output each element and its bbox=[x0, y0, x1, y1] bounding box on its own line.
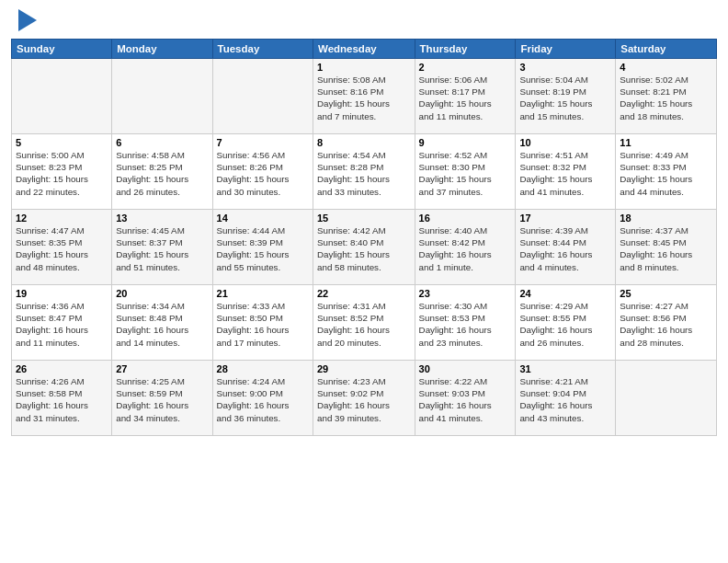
day-info: Sunrise: 4:56 AM Sunset: 8:26 PM Dayligh… bbox=[217, 149, 309, 198]
day-number: 26 bbox=[16, 363, 108, 374]
day-cell: 13Sunrise: 4:45 AM Sunset: 8:37 PM Dayli… bbox=[112, 210, 212, 285]
day-info: Sunrise: 4:30 AM Sunset: 8:53 PM Dayligh… bbox=[419, 300, 512, 349]
day-info: Sunrise: 4:42 AM Sunset: 8:40 PM Dayligh… bbox=[317, 224, 411, 273]
day-number: 19 bbox=[16, 288, 108, 299]
day-cell: 4Sunrise: 5:02 AM Sunset: 8:21 PM Daylig… bbox=[616, 59, 717, 134]
day-cell: 24Sunrise: 4:29 AM Sunset: 8:55 PM Dayli… bbox=[516, 285, 616, 361]
day-cell: 12Sunrise: 4:47 AM Sunset: 8:35 PM Dayli… bbox=[12, 210, 112, 285]
day-info: Sunrise: 4:52 AM Sunset: 8:30 PM Dayligh… bbox=[419, 149, 512, 198]
day-number: 31 bbox=[519, 363, 611, 374]
day-number: 28 bbox=[217, 363, 309, 374]
week-row-3: 12Sunrise: 4:47 AM Sunset: 8:35 PM Dayli… bbox=[12, 210, 717, 285]
day-cell: 7Sunrise: 4:56 AM Sunset: 8:26 PM Daylig… bbox=[212, 134, 313, 210]
day-cell: 10Sunrise: 4:51 AM Sunset: 8:32 PM Dayli… bbox=[516, 134, 616, 210]
day-info: Sunrise: 4:31 AM Sunset: 8:52 PM Dayligh… bbox=[317, 300, 411, 349]
day-cell: 11Sunrise: 4:49 AM Sunset: 8:33 PM Dayli… bbox=[616, 134, 717, 210]
logo-text bbox=[11, 9, 37, 31]
day-number: 16 bbox=[419, 213, 512, 224]
day-header-tuesday: Tuesday bbox=[212, 40, 313, 59]
day-number: 27 bbox=[116, 363, 208, 374]
day-cell: 3Sunrise: 5:04 AM Sunset: 8:19 PM Daylig… bbox=[516, 59, 616, 134]
day-info: Sunrise: 4:25 AM Sunset: 8:59 PM Dayligh… bbox=[116, 375, 208, 424]
logo bbox=[11, 9, 37, 31]
day-number: 9 bbox=[419, 137, 512, 148]
day-header-saturday: Saturday bbox=[616, 40, 717, 59]
day-cell: 2Sunrise: 5:06 AM Sunset: 8:17 PM Daylig… bbox=[415, 59, 516, 134]
day-number: 15 bbox=[317, 213, 411, 224]
day-number: 23 bbox=[419, 288, 512, 299]
day-info: Sunrise: 4:34 AM Sunset: 8:48 PM Dayligh… bbox=[116, 300, 208, 349]
day-number: 11 bbox=[620, 137, 712, 148]
day-cell: 1Sunrise: 5:08 AM Sunset: 8:16 PM Daylig… bbox=[313, 59, 415, 134]
day-number: 13 bbox=[116, 213, 208, 224]
day-cell: 25Sunrise: 4:27 AM Sunset: 8:56 PM Dayli… bbox=[616, 285, 717, 361]
day-number: 6 bbox=[116, 137, 208, 148]
day-info: Sunrise: 4:27 AM Sunset: 8:56 PM Dayligh… bbox=[620, 300, 712, 349]
day-cell bbox=[112, 59, 212, 134]
day-cell: 14Sunrise: 4:44 AM Sunset: 8:39 PM Dayli… bbox=[212, 210, 313, 285]
day-info: Sunrise: 5:02 AM Sunset: 8:21 PM Dayligh… bbox=[620, 74, 712, 122]
day-info: Sunrise: 4:33 AM Sunset: 8:50 PM Dayligh… bbox=[217, 300, 309, 349]
logo-icon bbox=[18, 9, 37, 31]
day-cell: 29Sunrise: 4:23 AM Sunset: 9:02 PM Dayli… bbox=[313, 361, 415, 436]
day-number: 18 bbox=[620, 213, 712, 224]
week-row-4: 19Sunrise: 4:36 AM Sunset: 8:47 PM Dayli… bbox=[12, 285, 717, 361]
day-cell: 15Sunrise: 4:42 AM Sunset: 8:40 PM Dayli… bbox=[313, 210, 415, 285]
day-number: 12 bbox=[16, 213, 108, 224]
day-cell bbox=[616, 361, 717, 436]
day-cell: 16Sunrise: 4:40 AM Sunset: 8:42 PM Dayli… bbox=[415, 210, 516, 285]
day-number: 21 bbox=[217, 288, 309, 299]
day-info: Sunrise: 4:26 AM Sunset: 8:58 PM Dayligh… bbox=[16, 375, 108, 424]
day-info: Sunrise: 4:24 AM Sunset: 9:00 PM Dayligh… bbox=[217, 375, 309, 424]
day-number: 22 bbox=[317, 288, 411, 299]
day-info: Sunrise: 4:36 AM Sunset: 8:47 PM Dayligh… bbox=[16, 300, 108, 349]
day-header-thursday: Thursday bbox=[415, 40, 516, 59]
day-info: Sunrise: 4:45 AM Sunset: 8:37 PM Dayligh… bbox=[116, 224, 208, 273]
day-number: 10 bbox=[519, 137, 611, 148]
day-cell: 6Sunrise: 4:58 AM Sunset: 8:25 PM Daylig… bbox=[112, 134, 212, 210]
page: SundayMondayTuesdayWednesdayThursdayFrid… bbox=[0, 0, 728, 563]
day-info: Sunrise: 4:47 AM Sunset: 8:35 PM Dayligh… bbox=[16, 224, 108, 273]
day-number: 25 bbox=[620, 288, 712, 299]
day-number: 29 bbox=[317, 363, 411, 374]
day-info: Sunrise: 4:23 AM Sunset: 9:02 PM Dayligh… bbox=[317, 375, 411, 424]
day-info: Sunrise: 5:04 AM Sunset: 8:19 PM Dayligh… bbox=[519, 74, 611, 122]
week-row-1: 1Sunrise: 5:08 AM Sunset: 8:16 PM Daylig… bbox=[12, 59, 717, 134]
day-info: Sunrise: 4:54 AM Sunset: 8:28 PM Dayligh… bbox=[317, 149, 411, 198]
calendar-header: SundayMondayTuesdayWednesdayThursdayFrid… bbox=[12, 40, 717, 59]
day-number: 30 bbox=[419, 363, 512, 374]
header bbox=[11, 9, 717, 31]
day-cell: 31Sunrise: 4:21 AM Sunset: 9:04 PM Dayli… bbox=[516, 361, 616, 436]
day-info: Sunrise: 4:49 AM Sunset: 8:33 PM Dayligh… bbox=[620, 149, 712, 198]
day-cell: 22Sunrise: 4:31 AM Sunset: 8:52 PM Dayli… bbox=[313, 285, 415, 361]
day-cell: 26Sunrise: 4:26 AM Sunset: 8:58 PM Dayli… bbox=[12, 361, 112, 436]
day-cell: 28Sunrise: 4:24 AM Sunset: 9:00 PM Dayli… bbox=[212, 361, 313, 436]
week-row-2: 5Sunrise: 5:00 AM Sunset: 8:23 PM Daylig… bbox=[12, 134, 717, 210]
day-number: 20 bbox=[116, 288, 208, 299]
day-number: 1 bbox=[317, 62, 411, 73]
header-row: SundayMondayTuesdayWednesdayThursdayFrid… bbox=[12, 40, 717, 59]
day-cell: 18Sunrise: 4:37 AM Sunset: 8:45 PM Dayli… bbox=[616, 210, 717, 285]
calendar-body: 1Sunrise: 5:08 AM Sunset: 8:16 PM Daylig… bbox=[12, 59, 717, 436]
week-row-5: 26Sunrise: 4:26 AM Sunset: 8:58 PM Dayli… bbox=[12, 361, 717, 436]
day-info: Sunrise: 4:22 AM Sunset: 9:03 PM Dayligh… bbox=[419, 375, 512, 424]
day-cell: 8Sunrise: 4:54 AM Sunset: 8:28 PM Daylig… bbox=[313, 134, 415, 210]
day-info: Sunrise: 4:39 AM Sunset: 8:44 PM Dayligh… bbox=[519, 224, 611, 273]
day-number: 5 bbox=[16, 137, 108, 148]
day-cell: 19Sunrise: 4:36 AM Sunset: 8:47 PM Dayli… bbox=[12, 285, 112, 361]
day-cell: 5Sunrise: 5:00 AM Sunset: 8:23 PM Daylig… bbox=[12, 134, 112, 210]
day-info: Sunrise: 5:06 AM Sunset: 8:17 PM Dayligh… bbox=[419, 74, 512, 122]
day-number: 7 bbox=[217, 137, 309, 148]
day-number: 3 bbox=[519, 62, 611, 73]
svg-marker-0 bbox=[18, 9, 37, 31]
day-cell: 17Sunrise: 4:39 AM Sunset: 8:44 PM Dayli… bbox=[516, 210, 616, 285]
day-info: Sunrise: 5:00 AM Sunset: 8:23 PM Dayligh… bbox=[16, 149, 108, 198]
day-info: Sunrise: 4:40 AM Sunset: 8:42 PM Dayligh… bbox=[419, 224, 512, 273]
day-number: 24 bbox=[519, 288, 611, 299]
day-info: Sunrise: 4:37 AM Sunset: 8:45 PM Dayligh… bbox=[620, 224, 712, 273]
day-number: 2 bbox=[419, 62, 512, 73]
day-number: 8 bbox=[317, 137, 411, 148]
day-info: Sunrise: 4:58 AM Sunset: 8:25 PM Dayligh… bbox=[116, 149, 208, 198]
calendar: SundayMondayTuesdayWednesdayThursdayFrid… bbox=[11, 39, 717, 436]
day-info: Sunrise: 4:21 AM Sunset: 9:04 PM Dayligh… bbox=[519, 375, 611, 424]
